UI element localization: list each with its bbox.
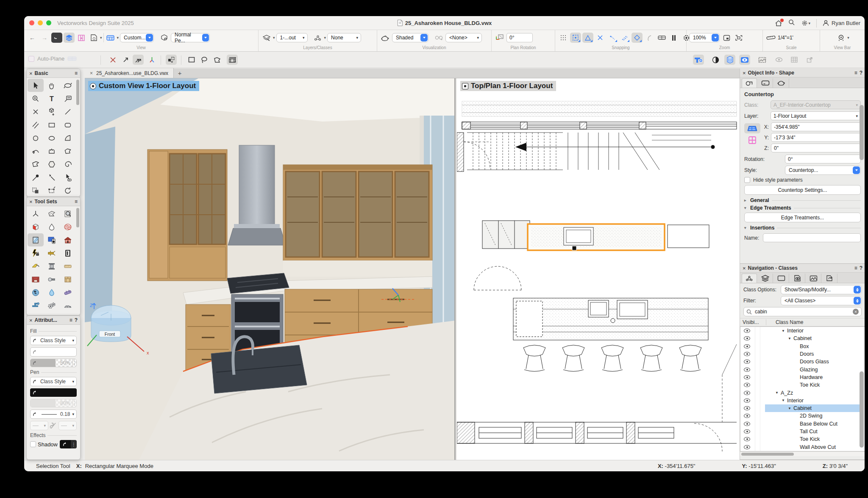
toolset-irrigation[interactable] <box>44 286 60 299</box>
palette-menu-icon[interactable]: ≡ <box>854 265 857 271</box>
layer-select[interactable]: 1-...out▾ <box>276 33 308 42</box>
palette-help-icon[interactable]: ? <box>860 265 862 271</box>
rectangle-tool[interactable] <box>44 118 60 131</box>
visibility-eye-icon[interactable] <box>744 422 750 426</box>
chevron-down-icon[interactable]: ▾ <box>100 36 102 40</box>
close-palette-icon[interactable]: × <box>743 70 746 76</box>
image-effects-icon[interactable] <box>757 55 768 65</box>
plan-selected-countertop[interactable] <box>528 224 665 250</box>
circle-tool[interactable] <box>28 131 44 144</box>
tab-render[interactable] <box>774 78 789 88</box>
x-coordinate-field[interactable]: -354'4.985" <box>771 122 861 131</box>
class-tree-hscrollbar[interactable] <box>740 451 865 456</box>
edge-treatments-button[interactable]: Edge Treatments... <box>744 213 861 222</box>
close-palette-icon[interactable]: × <box>29 199 33 205</box>
visibility-eye-icon[interactable] <box>744 368 750 372</box>
layer-icon[interactable] <box>261 33 272 43</box>
class-tree-row[interactable]: ▼ Cabinet <box>740 404 865 412</box>
tab-data[interactable] <box>758 78 773 88</box>
disclosure-triangle-icon[interactable]: ▼ <box>782 329 787 333</box>
toolset-electrical[interactable] <box>28 246 44 260</box>
toolset-machine-design[interactable] <box>44 299 60 312</box>
drop-3d-tool[interactable] <box>44 105 60 118</box>
clip-tool[interactable] <box>28 184 44 197</box>
class-select[interactable]: A_EF-Interior-Countertop▾ <box>771 100 861 109</box>
class-tree-row[interactable]: ▼ Interior <box>740 397 865 404</box>
tab-classes[interactable] <box>742 274 757 283</box>
toolset-contours[interactable] <box>44 207 60 220</box>
pause-snapping-icon[interactable] <box>668 33 679 43</box>
toolset-door[interactable] <box>60 246 76 260</box>
palette-menu-icon[interactable]: ≡ <box>70 317 72 323</box>
rotation-field[interactable]: 0° <box>785 155 861 163</box>
tool-sets-scrollbar[interactable] <box>76 208 79 227</box>
class-tree-row[interactable]: 2D Swing <box>740 412 865 420</box>
fill-style-select[interactable]: Class Style ▾ <box>30 336 77 345</box>
close-palette-icon[interactable]: × <box>29 70 33 77</box>
polyline-tool[interactable] <box>60 144 76 158</box>
zoom-window-button[interactable] <box>46 20 51 25</box>
visibility-column-header[interactable]: Visibi... <box>740 319 766 325</box>
snap-tangent-icon[interactable] <box>632 33 643 43</box>
shadow-checkbox[interactable] <box>30 441 36 447</box>
line-start-marker-select[interactable]: ▾ <box>30 421 48 430</box>
document-tab[interactable]: × 25_Asharoken...use_BLDG.vwx <box>85 68 174 78</box>
visibility-eye-icon[interactable] <box>744 391 750 395</box>
attribute-wand-tool[interactable] <box>44 171 60 184</box>
reshape-tool[interactable] <box>44 184 60 197</box>
toolset-fabric[interactable] <box>60 220 76 233</box>
snap-loci-icon[interactable] <box>644 33 655 43</box>
visibility-eye-icon[interactable] <box>744 329 750 333</box>
grid-overlay-icon[interactable] <box>789 55 800 65</box>
toolset-detailing[interactable] <box>60 207 76 220</box>
mode-move-duplicate-icon[interactable] <box>166 55 177 65</box>
visibility-eye-icon[interactable] <box>744 429 750 434</box>
select-by-story-icon[interactable] <box>227 55 238 65</box>
scale-ruler-icon[interactable] <box>765 33 776 43</box>
class-search-field[interactable]: × <box>743 307 862 316</box>
pan-tool[interactable] <box>44 79 60 92</box>
disclosure-triangle-icon[interactable]: ▼ <box>788 407 793 410</box>
class-tree-row[interactable]: ▼ A_Zz <box>740 389 865 396</box>
zoom-tool[interactable] <box>28 92 44 105</box>
class-tree-row[interactable]: Toe Kick <box>740 435 865 443</box>
filter-select[interactable]: <All Classes> <box>781 296 862 305</box>
class-tree-row[interactable]: Glazing <box>740 365 865 373</box>
toolset-building[interactable] <box>60 233 76 246</box>
pen-opacity-slider[interactable]: 80% ⋮ <box>30 399 77 407</box>
toolset-crate[interactable] <box>60 273 76 286</box>
general-section-header[interactable]: ▸General <box>744 197 861 203</box>
name-field[interactable] <box>763 233 861 242</box>
home-icon[interactable] <box>775 20 782 27</box>
visibility-eye-button[interactable] <box>739 55 750 65</box>
chevron-down-icon[interactable]: ▾ <box>847 36 849 40</box>
tool-organization-icon[interactable] <box>693 55 704 65</box>
fit-objects-icon[interactable] <box>733 33 744 43</box>
toolset-truss[interactable] <box>60 299 76 312</box>
plan-left-wall[interactable] <box>457 133 464 172</box>
disclosure-triangle-icon[interactable]: ▼ <box>788 337 793 340</box>
rotate-tool[interactable] <box>60 184 76 197</box>
class-tree-row[interactable]: Tall Cut <box>740 428 865 435</box>
view-pane-plan[interactable]: Top/Plan 1-Floor Layout <box>457 78 740 460</box>
rounded-rectangle-tool[interactable] <box>60 118 76 131</box>
visibility-eye-icon[interactable] <box>744 445 750 449</box>
snap-smart-edge-icon[interactable] <box>619 33 630 43</box>
visibility-eye-icon[interactable] <box>744 414 750 418</box>
close-tab-icon[interactable]: × <box>90 70 93 76</box>
chevron-down-icon[interactable]: ▾ <box>324 36 326 40</box>
class-options-select[interactable]: Show/Snap/Modify... <box>781 285 862 294</box>
snap-object-icon[interactable] <box>570 33 581 43</box>
visibility-eye-icon[interactable] <box>744 375 750 379</box>
toolset-cabling[interactable] <box>28 260 44 273</box>
saved-view-select[interactable]: Custom... <box>120 33 154 42</box>
tab-references[interactable] <box>822 274 837 283</box>
snap-working-plane-icon[interactable] <box>656 33 667 43</box>
eyedropper-tool[interactable] <box>28 171 44 184</box>
render-teapot-icon[interactable] <box>380 33 391 43</box>
spiral-tool[interactable] <box>60 158 76 171</box>
scale-value[interactable]: 1/4"=1' <box>778 35 793 41</box>
close-palette-icon[interactable]: × <box>29 317 33 324</box>
auto-plane-checkbox[interactable] <box>28 56 34 62</box>
fill-opacity-menu-icon[interactable]: ⋮ <box>72 359 76 367</box>
